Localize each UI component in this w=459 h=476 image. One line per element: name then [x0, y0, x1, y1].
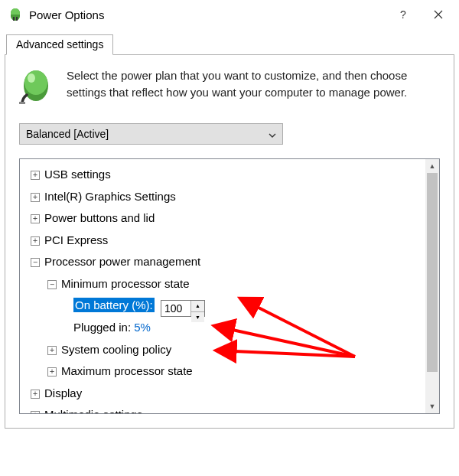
tree-item-display[interactable]: +Display	[23, 383, 436, 405]
plan-selected-label: Balanced [Active]	[26, 128, 109, 140]
scroll-up-button[interactable]: ▲	[425, 159, 439, 173]
tree-item-pci-express[interactable]: +PCI Express	[23, 230, 436, 252]
svg-rect-0	[13, 17, 15, 21]
svg-rect-1	[16, 17, 18, 21]
window-title: Power Options	[29, 8, 386, 21]
intro-row: Select the power plan that you want to c…	[19, 67, 440, 106]
svg-point-3	[24, 70, 47, 95]
intro-text: Select the power plan that you want to c…	[67, 67, 440, 106]
panel: Select the power plan that you want to c…	[5, 55, 454, 429]
scroll-track[interactable]	[425, 173, 439, 399]
collapse-icon[interactable]: −	[47, 280, 57, 289]
settings-tree: +USB settings +Intel(R) Graphics Setting…	[19, 158, 440, 414]
close-button[interactable]	[421, 2, 456, 27]
expand-icon[interactable]: +	[47, 367, 57, 377]
spinner-down-button[interactable]: ▼	[191, 312, 204, 322]
tree-item-maximum-processor-state[interactable]: +Maximum processor state	[23, 360, 436, 383]
setting-plugged-in[interactable]: Plugged in: 5%	[23, 317, 436, 339]
tree-item-power-buttons-lid[interactable]: +Power buttons and lid	[23, 207, 436, 230]
expand-icon[interactable]: +	[31, 171, 40, 180]
tree-item-intel-graphics[interactable]: +Intel(R) Graphics Settings	[23, 186, 436, 208]
svg-rect-5	[19, 102, 25, 104]
scroll-down-button[interactable]: ▼	[425, 399, 439, 413]
scroll-thumb[interactable]	[427, 173, 438, 372]
tree-item-system-cooling-policy[interactable]: +System cooling policy	[23, 339, 436, 361]
tree-scrollbar[interactable]: ▲ ▼	[425, 159, 439, 413]
tab-strip: Advanced settings	[5, 34, 454, 55]
expand-icon[interactable]: +	[47, 346, 57, 355]
on-battery-label: On battery (%):	[73, 298, 155, 312]
expand-icon[interactable]: +	[31, 390, 40, 399]
app-icon	[8, 7, 23, 22]
tree-item-multimedia-settings[interactable]: +Multimedia settings	[23, 404, 436, 413]
tree-item-usb-settings[interactable]: +USB settings	[23, 164, 436, 186]
setting-on-battery[interactable]: On battery (%): ▲ ▼	[23, 295, 436, 317]
svg-point-4	[28, 73, 35, 83]
tab-advanced-settings[interactable]: Advanced settings	[6, 34, 113, 55]
expand-icon[interactable]: +	[31, 214, 40, 223]
expand-icon[interactable]: +	[31, 411, 40, 413]
collapse-icon[interactable]: −	[31, 258, 40, 267]
plugged-in-value[interactable]: 5%	[134, 321, 151, 334]
plan-select[interactable]: Balanced [Active]	[19, 123, 283, 145]
plugged-in-label: Plugged in:	[73, 321, 131, 334]
help-button[interactable]: ?	[386, 2, 421, 27]
title-bar: Power Options ?	[0, 0, 459, 29]
tree-item-minimum-processor-state[interactable]: −Minimum processor state	[23, 273, 436, 295]
expand-icon[interactable]: +	[31, 236, 40, 246]
chevron-down-icon	[269, 128, 276, 140]
expand-icon[interactable]: +	[31, 193, 40, 202]
tree-item-processor-power-management[interactable]: −Processor power management	[23, 251, 436, 273]
spinner-up-button[interactable]: ▲	[191, 301, 204, 311]
on-battery-spinner[interactable]: ▲ ▼	[161, 300, 205, 317]
on-battery-input[interactable]	[161, 301, 190, 316]
power-plan-icon	[19, 67, 53, 106]
